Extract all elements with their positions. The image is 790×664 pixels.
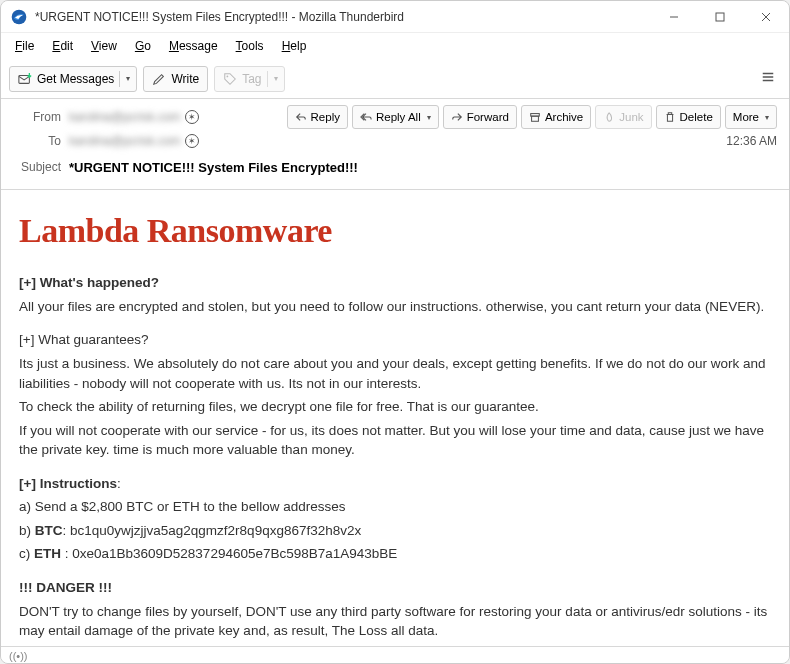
section-danger-head: !!! DANGER !!! [19,580,112,595]
window-title: *URGENT NOTICE!!! System Files Encrypted… [35,10,651,24]
instruction-a: a) Send a $2,800 BTC or ETH to the bello… [19,497,771,517]
maximize-button[interactable] [697,1,743,33]
section-instructions-head: [+] Instructions: [19,474,771,494]
trash-icon [664,111,676,123]
svg-point-6 [227,75,229,77]
from-value[interactable]: karolina@pcrisk.com ✶ [69,110,199,124]
instruction-b: b) BTC: bc1qu0ywjzjjva5ag2qgmzf2r8q9qxg8… [19,521,771,541]
section-whats-happened-head: [+] What's happened? [19,275,159,290]
section-danger-l2: SPEAK for yourself. Since no one else ha… [19,645,771,646]
minimize-button[interactable] [651,1,697,33]
from-label: From [13,110,61,124]
tag-label: Tag [242,72,261,86]
menu-go[interactable]: Go [127,36,159,56]
write-button[interactable]: Write [143,66,208,92]
menu-message[interactable]: Message [161,36,226,56]
from-address: karolina@pcrisk.com [69,110,181,124]
archive-button[interactable]: Archive [521,105,591,129]
menu-bar: File Edit View Go Message Tools Help [1,33,789,59]
get-messages-dropdown[interactable]: ▾ [119,71,136,87]
subject-value: *URGENT NOTICE!!! System Files Encrypted… [69,160,358,175]
reply-icon [295,111,307,123]
tag-icon [223,72,237,86]
archive-icon [529,111,541,123]
thunderbird-icon [11,9,27,25]
main-toolbar: Get Messages ▾ Write Tag ▾ [1,59,789,99]
junk-button[interactable]: Junk [595,105,651,129]
contact-icon[interactable]: ✶ [185,134,199,148]
flame-icon [603,111,615,123]
message-time: 12:36 AM [726,134,777,148]
hamburger-icon [761,70,775,84]
close-button[interactable] [743,1,789,33]
window-titlebar: *URGENT NOTICE!!! System Files Encrypted… [1,1,789,33]
connection-indicator-icon[interactable]: ((•)) [9,650,28,662]
to-value[interactable]: karolina@pcrisk.com ✶ [69,134,199,148]
instruction-c: c) ETH : 0xe0a1Bb3609D52837294605e7Bc598… [19,544,771,564]
section-whats-happened-body: All your files are encrypted and stolen,… [19,297,771,317]
contact-icon[interactable]: ✶ [185,110,199,124]
section-guarantees-head: [+] What guarantees? [19,330,771,350]
menu-view[interactable]: View [83,36,125,56]
download-mail-icon [18,72,32,86]
get-messages-button[interactable]: Get Messages ▾ [9,66,137,92]
menu-help[interactable]: Help [274,36,315,56]
section-guarantees-l3: If you will not cooperate with our servi… [19,421,771,460]
section-danger-l1: DON'T try to change files by yourself, D… [19,602,771,641]
section-guarantees-l1: Its just a business. We absolutely do no… [19,354,771,393]
get-messages-label: Get Messages [37,72,114,86]
svg-rect-2 [716,13,724,21]
pencil-icon [152,72,166,86]
tag-button[interactable]: Tag ▾ [214,66,284,92]
menu-file[interactable]: File [7,36,42,56]
body-title: Lambda Ransomware [19,206,771,255]
section-guarantees-l2: To check the ability of returning files,… [19,397,771,417]
message-headers: From karolina@pcrisk.com ✶ Reply Reply A… [1,99,789,190]
reply-all-icon [360,111,372,123]
write-label: Write [171,72,199,86]
menu-edit[interactable]: Edit [44,36,81,56]
to-label: To [13,134,61,148]
svg-rect-11 [531,116,538,121]
menu-tools[interactable]: Tools [228,36,272,56]
status-bar: ((•)) [1,646,789,664]
forward-button[interactable]: Forward [443,105,517,129]
delete-button[interactable]: Delete [656,105,721,129]
reply-all-button[interactable]: Reply All▾ [352,105,439,129]
more-button[interactable]: More▾ [725,105,777,129]
message-body: Lambda Ransomware [+] What's happened? A… [1,190,789,646]
subject-label: Subject [13,160,61,174]
app-menu-button[interactable] [755,66,781,91]
to-address: karolina@pcrisk.com [69,134,181,148]
reply-button[interactable]: Reply [287,105,348,129]
forward-icon [451,111,463,123]
message-actions: Reply Reply All▾ Forward Archive Junk De… [287,105,777,129]
tag-dropdown[interactable]: ▾ [267,71,284,87]
